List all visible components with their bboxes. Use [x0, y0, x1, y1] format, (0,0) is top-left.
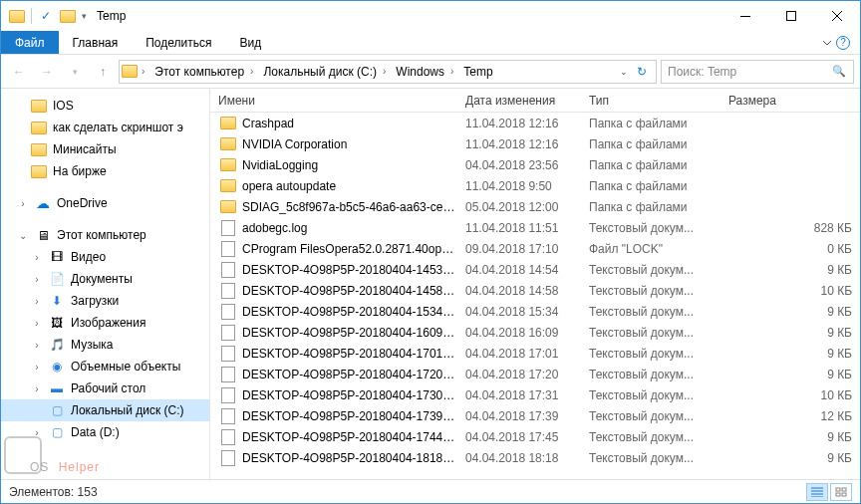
- search-input[interactable]: [668, 65, 831, 79]
- folder-icon: [31, 98, 47, 114]
- column-headers: Имени Дата изменения Тип Размера: [210, 89, 860, 113]
- file-size: 10 КБ: [720, 284, 860, 298]
- file-type: Папка с файлами: [581, 200, 720, 214]
- nav-quick-item[interactable]: На бирже: [1, 160, 209, 182]
- expand-icon[interactable]: ›: [31, 318, 43, 329]
- file-date: 04.04.2018 16:09: [457, 326, 581, 340]
- qat-newfolder-icon[interactable]: [60, 8, 76, 24]
- nav-label: Этот компьютер: [57, 228, 146, 242]
- file-name: CProgram FilesOpera52.0.2871.40opera_a..…: [242, 242, 457, 256]
- close-button[interactable]: [814, 1, 860, 31]
- file-row[interactable]: adobegc.log 11.04.2018 11:51 Текстовый д…: [210, 217, 860, 238]
- file-row[interactable]: CProgram FilesOpera52.0.2871.40opera_a..…: [210, 238, 860, 259]
- chevron-icon[interactable]: ›: [138, 66, 148, 77]
- nav-quick-item[interactable]: как сделать скриншот э: [1, 117, 209, 138]
- ribbon-collapse-icon[interactable]: ?: [811, 31, 860, 54]
- tab-share[interactable]: Поделиться: [132, 31, 225, 54]
- file-name: opera autoupdate: [242, 179, 336, 193]
- expand-icon[interactable]: ›: [31, 383, 43, 394]
- maximize-button[interactable]: [768, 1, 814, 31]
- collapse-icon[interactable]: ⌄: [17, 230, 29, 241]
- address-box[interactable]: › Этот компьютер› Локальный диск (C:)› W…: [119, 60, 657, 84]
- tab-view[interactable]: Вид: [225, 31, 275, 54]
- nav-pc-item[interactable]: ›Загрузки: [1, 290, 209, 312]
- svg-rect-3: [842, 488, 846, 491]
- file-row[interactable]: DESKTOP-4O98P5P-20180404-1701.log 04.04.…: [210, 343, 860, 364]
- search-box[interactable]: [661, 60, 854, 84]
- svg-rect-5: [842, 493, 846, 496]
- navigation-pane[interactable]: IOSкак сделать скриншот эМинисайтыНа бир…: [1, 89, 210, 479]
- col-type[interactable]: Тип: [581, 89, 720, 112]
- file-type: Текстовый докум...: [581, 430, 720, 444]
- breadcrumb-seg[interactable]: Этот компьютер: [148, 65, 246, 79]
- nav-onedrive[interactable]: ›OneDrive: [1, 192, 209, 214]
- breadcrumb-seg[interactable]: Windows: [390, 65, 446, 79]
- qat-dropdown-icon[interactable]: ▾: [82, 11, 87, 21]
- nav-label: На бирже: [53, 164, 107, 178]
- file-row[interactable]: DESKTOP-4O98P5P-20180404-1609.log 04.04.…: [210, 322, 860, 343]
- file-row[interactable]: Crashpad 11.04.2018 12:16 Папка с файлам…: [210, 113, 860, 133]
- nav-label: Изображения: [71, 316, 145, 330]
- view-icons-button[interactable]: [830, 483, 852, 501]
- file-date: 04.04.2018 17:20: [457, 368, 581, 381]
- expand-icon[interactable]: ›: [31, 340, 43, 351]
- file-row[interactable]: DESKTOP-4O98P5P-20180404-1458.log 04.04.…: [210, 280, 860, 301]
- recent-dropdown[interactable]: ▾: [63, 60, 87, 84]
- file-row[interactable]: DESKTOP-4O98P5P-20180404-1739.log 04.04.…: [210, 405, 860, 426]
- folder-icon: [220, 199, 236, 215]
- tab-file[interactable]: Файл: [1, 31, 59, 54]
- minimize-button[interactable]: [722, 1, 768, 31]
- back-button[interactable]: ←: [7, 60, 31, 84]
- file-row[interactable]: DESKTOP-4O98P5P-20180404-1534.log 04.04.…: [210, 301, 860, 322]
- expand-icon[interactable]: ›: [31, 252, 43, 263]
- view-details-button[interactable]: [806, 483, 828, 501]
- nav-pc-item[interactable]: ›Видео: [1, 246, 209, 268]
- col-name[interactable]: Имени: [210, 89, 457, 112]
- nav-pc-item[interactable]: ›Data (D:): [1, 421, 209, 443]
- file-row[interactable]: DESKTOP-4O98P5P-20180404-1730.log 04.04.…: [210, 384, 860, 405]
- nav-pc-item[interactable]: ›Рабочий стол: [1, 378, 209, 399]
- file-type: Папка с файлами: [581, 179, 720, 193]
- tab-home[interactable]: Главная: [59, 31, 133, 54]
- file-row[interactable]: DESKTOP-4O98P5P-20180404-1453.log 04.04.…: [210, 259, 860, 280]
- col-date[interactable]: Дата изменения: [457, 89, 581, 112]
- file-row[interactable]: opera autoupdate 11.04.2018 9:50 Папка с…: [210, 175, 860, 196]
- breadcrumb-seg[interactable]: Temp: [457, 65, 494, 79]
- nav-pc-item[interactable]: Локальный диск (C:): [1, 399, 209, 421]
- breadcrumb-seg[interactable]: Локальный диск (C:): [257, 65, 379, 79]
- nav-quick-item[interactable]: IOS: [1, 95, 209, 117]
- col-size[interactable]: Размера: [720, 89, 860, 112]
- file-row[interactable]: NvidiaLogging 04.04.2018 23:56 Папка с ф…: [210, 154, 860, 175]
- nav-item-icon: [49, 315, 65, 331]
- nav-pc-item[interactable]: ›Объемные объекты: [1, 356, 209, 378]
- file-row[interactable]: SDIAG_5c8f967a-b5c5-46a6-aa63-ce260af...…: [210, 196, 860, 217]
- expand-icon[interactable]: ›: [31, 362, 43, 373]
- file-row[interactable]: DESKTOP-4O98P5P-20180404-1744.log 04.04.…: [210, 426, 860, 447]
- nav-pc-item[interactable]: ›Изображения: [1, 312, 209, 334]
- file-date: 04.04.2018 23:56: [457, 158, 581, 172]
- chevron-icon[interactable]: ›: [246, 66, 257, 77]
- nav-pc-item[interactable]: ›Музыка: [1, 334, 209, 356]
- search-icon[interactable]: [831, 64, 847, 80]
- file-row[interactable]: DESKTOP-4O98P5P-20180404-1818.log 04.04.…: [210, 447, 860, 468]
- file-row[interactable]: NVIDIA Corporation 11.04.2018 12:16 Папк…: [210, 133, 860, 154]
- forward-button[interactable]: →: [35, 60, 59, 84]
- nav-pc-item[interactable]: ›Документы: [1, 268, 209, 290]
- file-icon: [220, 220, 236, 236]
- nav-item-icon: [49, 293, 65, 309]
- app-icon: [9, 8, 25, 24]
- file-row[interactable]: DESKTOP-4O98P5P-20180404-1720.log 04.04.…: [210, 364, 860, 384]
- nav-quick-item[interactable]: Минисайты: [1, 138, 209, 160]
- chevron-icon[interactable]: ›: [446, 66, 457, 77]
- svg-rect-1: [787, 12, 796, 21]
- qat-properties-icon[interactable]: [38, 8, 54, 24]
- expand-icon[interactable]: ›: [31, 274, 43, 285]
- expand-icon[interactable]: ›: [31, 427, 43, 438]
- chevron-icon[interactable]: ›: [379, 66, 390, 77]
- expand-icon[interactable]: ›: [17, 198, 29, 209]
- nav-this-pc[interactable]: ⌄Этот компьютер: [1, 224, 209, 246]
- address-dropdown-icon[interactable]: ⌄: [620, 67, 628, 77]
- up-button[interactable]: ↑: [91, 60, 115, 84]
- expand-icon[interactable]: ›: [31, 296, 43, 307]
- refresh-icon[interactable]: [634, 64, 650, 80]
